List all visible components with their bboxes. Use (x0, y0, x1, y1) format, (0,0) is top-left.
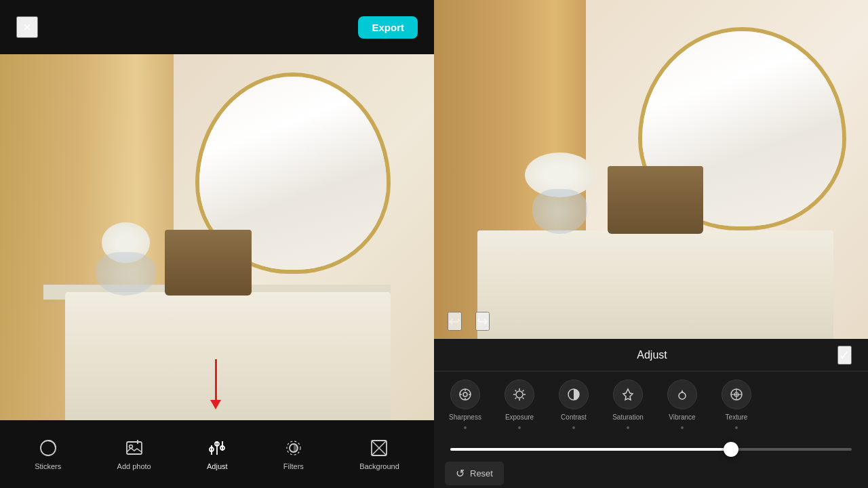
sharpness-label: Sharpness (449, 413, 481, 421)
filters-icon (283, 438, 304, 458)
vibrance-dot (681, 426, 684, 429)
undo-redo-bar: ↩ ↪ (448, 312, 490, 331)
adjust-icon (207, 438, 227, 458)
texture-icon (722, 380, 751, 409)
stickers-label: Stickers (35, 462, 61, 470)
svg-point-22 (516, 391, 523, 398)
stickers-icon (38, 438, 58, 458)
saturation-icon (613, 380, 643, 409)
slider-track (450, 448, 852, 451)
texture-dot (735, 426, 738, 429)
left-toolbar: Stickers Add photo (0, 420, 434, 488)
dresser-left (65, 292, 391, 420)
adjust-header: Adjust ✓ (434, 339, 868, 371)
sharpness-dot (464, 426, 467, 429)
slider-section (434, 437, 868, 459)
svg-line-27 (515, 390, 517, 392)
slider-thumb[interactable] (724, 442, 738, 457)
adjust-tools-row: Sharpness E (434, 371, 868, 437)
right-adjust-panel: Adjust ✓ Sharpness (434, 339, 868, 488)
exposure-dot (518, 426, 521, 429)
adj-tool-sharpness[interactable]: Sharpness (445, 380, 486, 429)
add-photo-icon (124, 438, 144, 458)
adj-tool-vibrance[interactable]: Vibrance (662, 380, 703, 429)
left-panel: × Export (0, 0, 434, 488)
flower-vase-right (532, 189, 587, 234)
reset-button[interactable]: ↺ Reset (445, 462, 504, 485)
vibrance-icon (667, 380, 697, 409)
right-panel: ↩ ↪ Adjust ✓ (434, 0, 868, 488)
svg-line-30 (523, 390, 524, 392)
adjust-label: Adjust (207, 462, 228, 470)
arrow-indicator (210, 359, 221, 409)
dresser-right (477, 230, 833, 339)
slider-container[interactable] (450, 443, 852, 456)
room-image-right (434, 0, 868, 339)
adj-tool-contrast[interactable]: Contrast (553, 380, 594, 429)
svg-line-28 (523, 398, 524, 399)
svg-rect-1 (127, 442, 142, 454)
vibrance-label: Vibrance (669, 413, 695, 421)
flower-vase-left (96, 252, 157, 296)
tool-adjust[interactable]: Adjust (199, 432, 236, 476)
basket-left (165, 230, 252, 296)
texture-label: Texture (726, 413, 748, 421)
arrow-head (210, 400, 221, 409)
exposure-label: Exposure (505, 413, 534, 421)
tool-filters[interactable]: Filters (275, 432, 312, 476)
export-button[interactable]: Export (358, 16, 418, 39)
left-header: × Export (0, 0, 434, 54)
add-photo-label: Add photo (117, 462, 151, 470)
svg-line-29 (515, 398, 517, 399)
exposure-icon (505, 380, 534, 409)
adj-tool-texture[interactable]: Texture (716, 380, 757, 429)
undo-button[interactable]: ↩ (448, 312, 462, 331)
contrast-dot (572, 426, 575, 429)
background-label: Background (359, 462, 399, 470)
flowers-left (96, 222, 157, 296)
svg-point-17 (463, 392, 467, 396)
saturation-label: Saturation (612, 413, 644, 421)
slider-fill (450, 448, 731, 451)
tool-background[interactable]: Background (351, 432, 408, 476)
filters-label: Filters (283, 462, 304, 470)
adj-tool-exposure[interactable]: Exposure (499, 380, 540, 429)
flowers-right (521, 152, 599, 234)
redo-button[interactable]: ↪ (475, 312, 490, 331)
reset-label: Reset (470, 468, 493, 479)
adjust-title: Adjust (467, 349, 837, 361)
sharpness-icon (450, 380, 480, 409)
background-icon (369, 438, 389, 458)
contrast-label: Contrast (561, 413, 587, 421)
close-button[interactable]: × (16, 16, 38, 38)
contrast-icon (559, 380, 589, 409)
arrow-shaft (215, 359, 217, 400)
saturation-dot (627, 426, 629, 429)
adj-tool-saturation[interactable]: Saturation (608, 380, 648, 429)
basket-right (608, 166, 703, 234)
tool-stickers[interactable]: Stickers (26, 432, 69, 476)
tool-add-photo[interactable]: Add photo (109, 432, 159, 476)
right-image-area: ↩ ↪ (434, 0, 868, 339)
confirm-button[interactable]: ✓ (837, 346, 852, 365)
svg-point-32 (679, 392, 686, 399)
reset-icon: ↺ (456, 467, 465, 480)
